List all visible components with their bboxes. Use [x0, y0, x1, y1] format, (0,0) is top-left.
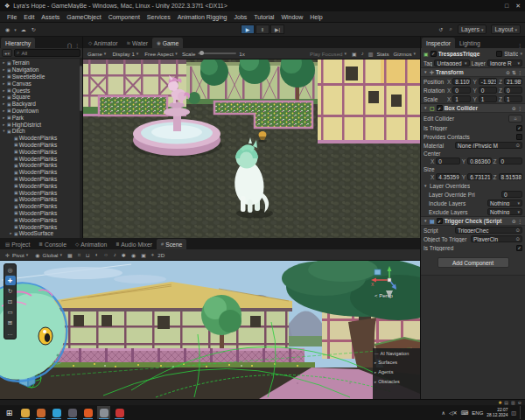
layers-dropdown[interactable]: Layers ▾ [458, 24, 487, 34]
show-desktop-button[interactable] [520, 406, 522, 419]
more-icon[interactable]: ⋮ [518, 106, 523, 111]
static-checkbox[interactable] [496, 51, 502, 57]
menu-item[interactable]: Edit [20, 14, 38, 20]
layer-dropdown[interactable]: Ignore R▾ [487, 60, 522, 66]
aspect-dropdown[interactable]: Free Aspect ▾ [143, 49, 179, 58]
inspector-tab[interactable]: Inspector [422, 38, 455, 48]
menu-item[interactable]: Component [105, 14, 144, 20]
x-field[interactable]: 1 [452, 95, 471, 102]
expand-arrow-icon[interactable]: ▸ [2, 74, 6, 79]
expand-arrow-icon[interactable]: ▸ [9, 231, 13, 235]
restore-button[interactable]: □ [505, 3, 508, 10]
vsync-icon[interactable]: ▥ [368, 51, 374, 57]
scene-viewport[interactable]: X ◎✚↻⊡▭⊞… < Persp — AI Navigation [0, 261, 420, 399]
scene-visibility-icon[interactable]: ◉ [130, 252, 136, 258]
nav-foldout[interactable]: ▸ Surfaces [374, 360, 418, 365]
z-field[interactable]: 0 [504, 87, 522, 94]
scene-light-icon[interactable]: ☼ [102, 252, 109, 257]
hierarchy-item[interactable]: ▣ WoodenPlanks [0, 223, 82, 230]
grid-icon[interactable]: ▦ [66, 252, 74, 258]
script-enabled-checkbox[interactable]: ✓ [437, 218, 443, 224]
expand-arrow-icon[interactable]: ▸ [2, 108, 6, 113]
help-icon[interactable]: ⊙ [512, 106, 516, 111]
pivot-dropdown[interactable]: ✛ Pivot ▾ [3, 250, 30, 259]
hierarchy-item[interactable]: ▣ WoodenPlanks [0, 155, 82, 162]
panel-menu-icon[interactable]: ⋮ [74, 42, 80, 48]
snap-icon[interactable]: ⌗ [77, 252, 81, 258]
menu-item[interactable]: Assets [38, 14, 63, 20]
hierarchy-item[interactable]: ▸ ▣ HighDistrict [0, 121, 82, 128]
preset-icon[interactable]: ⇅ [512, 70, 516, 75]
pause-button[interactable]: ‖ [256, 24, 270, 34]
titlebar[interactable]: ❖ Lyra's Hope - GameMayBe - Windows, Mac… [0, 0, 525, 11]
keyboard-icon[interactable]: ⌨ [461, 410, 469, 416]
view-tab[interactable]: # Scene [157, 239, 186, 249]
help-icon[interactable]: ⊙ [512, 219, 516, 224]
lock-icon[interactable]: ⋂ [67, 42, 72, 48]
taskbar-clock[interactable]: 22:07 28.12.2024 [486, 408, 508, 416]
layer-overrides-foldout[interactable]: ▼ Layer Overrides [421, 181, 525, 190]
menu-item[interactable]: Help [306, 14, 326, 20]
view-tab[interactable]: ≣ Console [34, 239, 71, 249]
expand-arrow-icon[interactable]: ▸ [2, 94, 6, 99]
hierarchy-item[interactable]: ▸ ▣ Navigation [0, 66, 82, 74]
view-tab[interactable]: ◉ Game [152, 38, 183, 48]
y-field[interactable]: 0 [479, 87, 497, 94]
more-icon[interactable]: ⋮ [518, 70, 523, 75]
stats-button[interactable]: Stats [376, 51, 388, 57]
language-indicator[interactable]: ENG [472, 410, 483, 416]
hierarchy-item[interactable]: ▣ WoodenPlanks [0, 196, 82, 203]
scale-tool[interactable]: ⊡ [5, 297, 16, 306]
size-z-field[interactable]: 8.51538 [499, 173, 522, 180]
tab-hierarchy[interactable]: Hierarchy [1, 38, 35, 48]
file-explorer[interactable] [18, 406, 32, 419]
y-field[interactable]: 1 [479, 95, 497, 102]
collider-enabled-checkbox[interactable]: ✓ [437, 105, 443, 111]
close-button[interactable]: ✕ [515, 3, 521, 10]
z-field[interactable]: 1 [504, 95, 522, 102]
hierarchy-item[interactable]: ▸ ▣ WoodSurface [0, 237, 82, 238]
gizmos-icon[interactable]: ⌖ [150, 252, 155, 258]
view-tab[interactable]: ◇ Animation [71, 239, 111, 249]
box-collider-header[interactable]: ▼ ▢ ✓ Box Collider ⊙ ⋮ [421, 103, 525, 113]
is-triggered-checkbox[interactable]: ✓ [516, 245, 522, 251]
hierarchy-item[interactable]: ▣ WoodenPlanks [0, 176, 82, 183]
scene-audio-icon[interactable]: ♪ [113, 252, 117, 257]
hierarchy-item[interactable]: ▣ WoodenPlanks [0, 148, 82, 155]
more-tools[interactable]: … [5, 328, 16, 338]
shading-mode-icon[interactable]: ◐ [94, 252, 100, 257]
x-field[interactable]: 8.11096 [452, 78, 471, 85]
scene-gizmo-label[interactable]: < Persp [374, 293, 393, 298]
x-field[interactable]: 0 [452, 87, 471, 94]
hierarchy-item[interactable]: ▣ WoodenPlanks [0, 210, 82, 217]
move-tool[interactable]: ✚ [5, 276, 16, 285]
expand-arrow-icon[interactable]: ▸ [2, 88, 6, 93]
object-picker-icon[interactable]: ⊙ [515, 143, 520, 149]
hierarchy-item[interactable]: ▣ WoodenPlanks [0, 216, 82, 223]
z-field[interactable]: 21.989 [504, 78, 522, 85]
nav-foldout[interactable]: ▸ Obstacles [374, 379, 418, 384]
tray-expand-icon[interactable]: ∧ [442, 410, 445, 416]
hierarchy-item[interactable]: ▣ WoodenPlanks [0, 203, 82, 210]
object-picker-icon[interactable]: ⊙ [515, 236, 520, 242]
menu-item[interactable]: File [4, 14, 20, 20]
expand-arrow-icon[interactable]: ▸ [2, 102, 6, 106]
center-z-field[interactable]: 0 [499, 158, 522, 164]
add-object-button[interactable]: + ▾ [2, 49, 12, 57]
hierarchy-item[interactable]: ▣ WoodenPlanks [0, 162, 82, 169]
expand-arrow-icon[interactable]: ▸ [2, 81, 6, 86]
exclude-layers-dropdown[interactable]: Nothing▾ [487, 208, 522, 215]
size-x-field[interactable]: 4.35359 [436, 173, 459, 180]
play-focused-dropdown[interactable]: Play Focused ▾ [308, 49, 348, 58]
hierarchy-item[interactable]: ▸ ▣ Canvas [0, 80, 82, 87]
hierarchy-item[interactable]: ▸ ▣ Terrain [0, 60, 82, 66]
help-icon[interactable]: ⊙ [506, 70, 510, 75]
hierarchy-scrollbar[interactable] [80, 59, 82, 238]
magnet-icon[interactable]: ⊔ [85, 252, 91, 258]
object-name[interactable]: TrespassTrigge [438, 51, 495, 57]
hierarchy-search-input[interactable]: ⌕ All [14, 49, 80, 57]
hierarchy-item[interactable]: ▸ ▣ Downtown [0, 108, 82, 115]
app-orange[interactable] [34, 406, 47, 419]
y-field[interactable]: -1.9231 [479, 78, 497, 85]
volume-muted-icon[interactable]: ◁✕ [449, 410, 458, 416]
